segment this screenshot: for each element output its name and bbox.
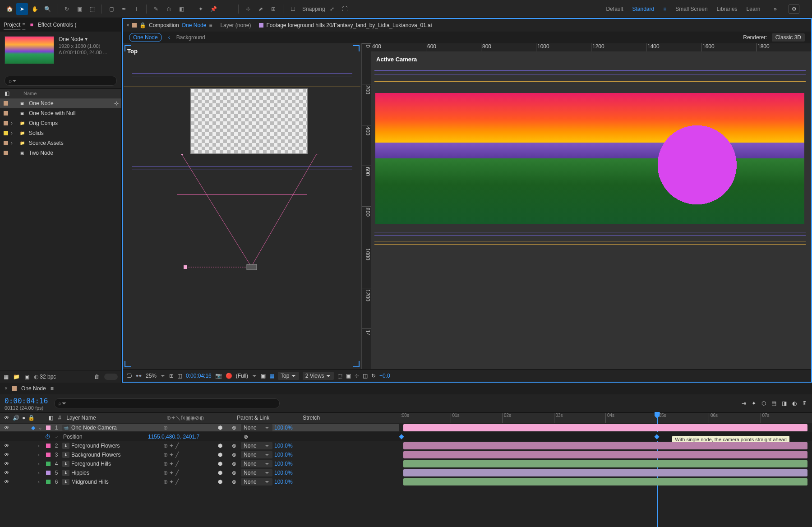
workspace-default[interactable]: Default (606, 6, 623, 12)
expand-icon[interactable]: › (38, 443, 44, 449)
visibility-toggle[interactable]: 👁 (4, 425, 10, 431)
breadcrumb-active[interactable]: One Node (129, 33, 162, 42)
layer-row[interactable]: 👁 › 6 ⬇ Midground Hills ⊕ ✦ ╱ ⬢ ⊚ None ⏷… (0, 477, 812, 486)
3d-switch[interactable]: ⬢ (210, 443, 230, 449)
project-item[interactable]: ▣ One Node ⊹ (0, 98, 121, 108)
3d-switch[interactable]: ⬢ (210, 452, 230, 458)
layer-color[interactable] (46, 453, 51, 457)
hand-tool[interactable]: ✋ (29, 3, 41, 15)
expand-icon[interactable]: ⌄ (38, 425, 44, 431)
snap-opt1-icon[interactable]: ⤢ (326, 3, 338, 15)
property-name[interactable]: Position (63, 434, 144, 440)
layer-color[interactable] (46, 471, 51, 475)
parent-select[interactable]: None ⏷ (241, 469, 272, 476)
layer-switches[interactable]: ⊕ (163, 425, 208, 431)
tl-btn4-icon[interactable]: ▤ (771, 400, 776, 407)
axis-world-icon[interactable]: ⬈ (255, 3, 267, 15)
home-icon[interactable]: 🏠 (4, 3, 15, 15)
project-item[interactable]: ▣ One Node with Null (0, 108, 121, 118)
project-item[interactable]: ▣ Two Node (0, 148, 121, 158)
lock-icon[interactable]: 🔒 (139, 22, 146, 28)
project-item[interactable]: › 📁 Orig Comps (0, 118, 121, 128)
layer-name[interactable]: Hippies (71, 470, 161, 476)
layer-name[interactable]: One Node Camera (71, 425, 161, 431)
parent-pickwhip-icon[interactable]: ⊚ (232, 425, 239, 431)
view-select[interactable]: Top ⏷ (278, 372, 299, 380)
orbit-tool[interactable]: ↻ (61, 3, 73, 15)
close-tab-icon[interactable]: × (5, 385, 8, 392)
keyframe-nav-icon[interactable]: ◆ (31, 425, 35, 431)
transparency-icon[interactable]: ▦ (269, 373, 274, 379)
snapshot-icon[interactable]: 📷 (215, 373, 222, 379)
mask-icon[interactable]: ◫ (177, 373, 182, 379)
text-tool[interactable]: T (131, 3, 143, 15)
expand-icon[interactable]: › (38, 452, 44, 458)
pen-tool[interactable]: ✒ (118, 3, 130, 15)
parent-select[interactable]: None ⏷ (241, 442, 272, 449)
breadcrumb-bg[interactable]: Background (176, 34, 205, 41)
tl-btn1-icon[interactable]: ⇥ (742, 400, 746, 407)
3d-switch[interactable]: ⬢ (210, 479, 230, 485)
zoom-tool[interactable]: 🔍 (42, 3, 53, 15)
graph-icon[interactable]: ⟋ (54, 434, 60, 440)
workspace-learn[interactable]: Learn (747, 6, 761, 12)
parent-select[interactable]: None ⏷ (241, 424, 272, 431)
renderer-select[interactable]: Classic 3D (772, 33, 805, 42)
folder-expand-icon[interactable]: › (11, 140, 15, 146)
delete-icon[interactable]: 🗑 (94, 374, 100, 380)
layer-name[interactable]: Background Flowers (71, 452, 161, 458)
pixel-aspect-icon[interactable]: ◫ (363, 373, 368, 379)
interpret-icon[interactable]: ▦ (4, 374, 9, 380)
layer-switches[interactable]: ⊕ ✦ ╱ (163, 443, 208, 449)
layer-color[interactable] (46, 462, 51, 466)
shape-tool[interactable]: ▢ (106, 3, 117, 15)
folder-expand-icon[interactable]: › (11, 130, 15, 136)
layer-row[interactable]: 👁 › 5 ⬇ Hippies ⊕ ✦ ╱ ⬢ ⊚ None ⏷ 100.0% (0, 468, 812, 477)
tab-effect-controls[interactable]: Effect Controls ( (38, 22, 77, 28)
parent-select[interactable]: None ⏷ (241, 460, 272, 467)
tl-btn7-icon[interactable]: 🗓 (802, 400, 807, 407)
workspace-settings-icon[interactable]: ⚙ (789, 5, 799, 14)
monitor-icon[interactable]: 🖵 (126, 373, 132, 379)
expand-icon[interactable]: › (38, 461, 44, 467)
exposure-value[interactable]: +0.0 (379, 373, 390, 379)
layer-duration-bar[interactable]: With single node, the camera points stra… (399, 423, 812, 432)
expand-icon[interactable]: › (38, 470, 44, 476)
grid-icon[interactable]: ⊞ (169, 373, 174, 379)
parent-pickwhip-icon[interactable]: ⊚ (232, 479, 239, 485)
workspace-menu-icon[interactable]: ≡ (663, 6, 666, 12)
tab-project[interactable]: Project ≡ (4, 22, 25, 28)
parent-select[interactable]: None ⏷ (241, 478, 272, 485)
layer-duration-bar[interactable] (399, 441, 812, 450)
project-search-input[interactable]: ⌕⏷ (5, 76, 117, 86)
selection-tool[interactable]: ➤ (16, 3, 28, 15)
stretch-value[interactable]: 100.0% (274, 425, 293, 431)
zoom-select[interactable]: 25% (146, 373, 157, 379)
layer-color[interactable] (46, 444, 51, 448)
layer-switches[interactable]: ⊕ ✦ ╱ (163, 479, 208, 485)
layer-row[interactable]: 👁 › 4 ⬇ Foreground Hills ⊕ ✦ ╱ ⬢ ⊚ None … (0, 459, 812, 468)
stretch-value[interactable]: 100.0% (274, 443, 293, 449)
visibility-toggle[interactable]: 👁 (4, 470, 10, 476)
audio-col-icon[interactable]: 🔊 (13, 415, 19, 421)
time-ruler[interactable]: :00s01s02s03s04s05s06s07s (399, 413, 812, 423)
layer-row[interactable]: 👁 › 2 ⬇ Foreground Flowers ⊕ ✦ ╱ ⬢ ⊚ Non… (0, 441, 812, 450)
new-folder-icon[interactable]: 📁 (13, 374, 20, 380)
camera-tool[interactable]: ▣ (74, 3, 85, 15)
active-camera-view[interactable]: 02004006008001000120014 4006008001000120… (362, 43, 811, 369)
reset-exposure-icon[interactable]: ↻ (371, 373, 376, 379)
3d-switch[interactable]: ⬢ (210, 470, 230, 476)
snap-checkbox[interactable]: ☐ (287, 3, 299, 15)
workspace-standard[interactable]: Standard (632, 6, 654, 12)
axis-local-icon[interactable]: ⊹ (242, 3, 254, 15)
property-value[interactable]: 1155.0,480.0,-2401.7 (148, 434, 199, 440)
brush-tool[interactable]: ✎ (150, 3, 162, 15)
workspace-small[interactable]: Small Screen (675, 6, 707, 12)
layer-switches[interactable]: ⊕ ✦ ╱ (163, 452, 208, 458)
layer-duration-bar[interactable] (399, 450, 812, 459)
layer-switches[interactable]: ⊕ ✦ ╱ (163, 461, 208, 467)
video-col-icon[interactable]: 👁 (4, 415, 10, 421)
pin-tool[interactable]: 📌 (208, 3, 219, 15)
draft3d-icon[interactable]: ⬚ (337, 373, 342, 379)
bpc-toggle[interactable]: ◐ 32 bpc (34, 374, 56, 380)
